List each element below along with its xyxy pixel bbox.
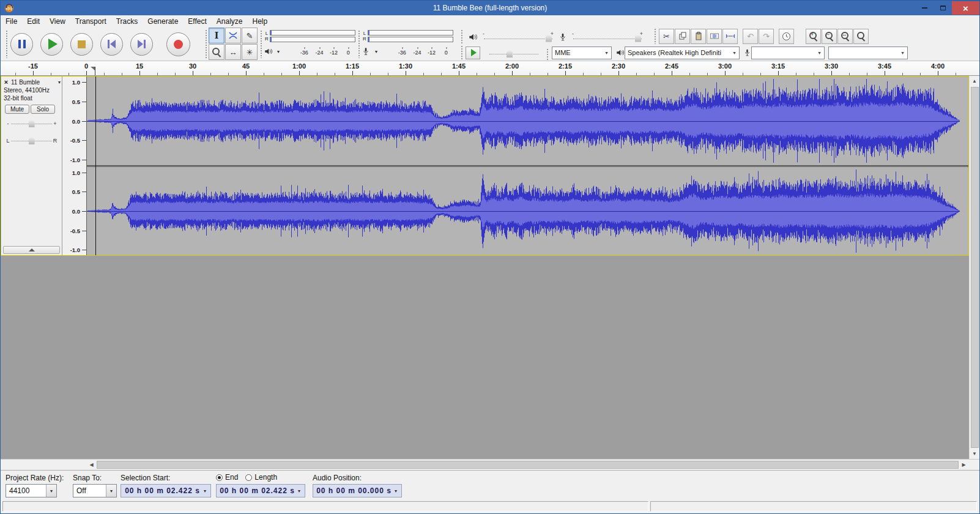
close-button[interactable]: ×	[952, 1, 979, 15]
stop-button[interactable]	[70, 33, 93, 56]
scroll-right-button[interactable]: ▶	[959, 460, 969, 470]
record-icon	[174, 40, 183, 49]
audacity-window: 11 Bumble Bee (full-length version) × Fi…	[0, 0, 980, 514]
redo-button[interactable]: ↷	[759, 29, 774, 44]
paste-button[interactable]	[691, 29, 706, 44]
horizontal-scroll-thumb[interactable]	[97, 461, 959, 469]
waveform-right-channel[interactable]	[87, 167, 968, 255]
menu-help[interactable]: Help	[248, 17, 273, 26]
scroll-left-button[interactable]: ◀	[86, 460, 97, 470]
selection-start-field[interactable]: 00 h 00 m 02.422 s ▾	[121, 484, 211, 497]
chevron-down-icon: ▾	[898, 50, 907, 56]
skip-to-end-button[interactable]	[130, 33, 153, 56]
audio-host-select[interactable]: MME ▾	[552, 47, 612, 59]
snap-to-select[interactable]: Off ▾	[73, 484, 117, 497]
menu-transport[interactable]: Transport	[70, 17, 111, 26]
length-radio[interactable]	[245, 474, 252, 481]
toolbar-gripper[interactable]	[461, 45, 463, 60]
meter-bar-left	[368, 30, 453, 35]
horizontal-scrollbar[interactable]: ◀ ▶	[1, 459, 979, 470]
cut-button[interactable]: ✂	[659, 29, 674, 44]
scroll-down-button[interactable]: ▼	[970, 449, 980, 459]
play-button[interactable]	[40, 33, 63, 56]
playback-meter[interactable]: LR ▾ -36 -24 -12 0	[260, 28, 355, 60]
pause-button[interactable]	[10, 33, 33, 56]
input-device-select[interactable]: ▾	[751, 47, 825, 59]
multi-tool-button[interactable]: ✳	[242, 44, 258, 60]
record-button[interactable]	[166, 32, 190, 56]
toolbar-gripper[interactable]	[358, 30, 360, 58]
length-radio-label[interactable]: Length	[254, 473, 277, 482]
envelope-tool-button[interactable]	[225, 28, 241, 43]
undo-button[interactable]: ↶	[743, 29, 758, 44]
skip-to-start-button[interactable]	[100, 33, 123, 56]
zoom-tool-button[interactable]	[209, 44, 225, 60]
ruler-time-label: 3:45	[878, 62, 891, 70]
waveform-display[interactable]	[87, 76, 968, 255]
audio-position-field[interactable]: 00 h 00 m 00.000 s ▾	[313, 484, 402, 497]
toolbar-gripper[interactable]	[260, 30, 262, 58]
selection-tool-button[interactable]: I	[209, 28, 225, 43]
menu-analyze[interactable]: Analyze	[212, 17, 248, 26]
toolbar-gripper[interactable]	[654, 28, 656, 44]
mute-button[interactable]: Mute	[5, 105, 29, 114]
selection-mode-radios: End Length	[216, 473, 282, 482]
timeline-ruler[interactable]: -1501530451:001:151:301:452:002:152:302:…	[1, 61, 979, 76]
project-rate-select[interactable]: 44100 ▾	[6, 484, 57, 497]
play-icon	[471, 49, 477, 56]
sync-lock-button[interactable]	[779, 29, 794, 44]
track-collapse-button[interactable]	[3, 246, 60, 254]
solo-button[interactable]: Solo	[31, 105, 55, 114]
pan-right-label: R	[52, 138, 58, 144]
playback-speed-slider[interactable]	[487, 46, 541, 59]
output-device-select[interactable]: Speakers (Realtek High Definiti ▾	[625, 47, 740, 59]
menu-edit[interactable]: Edit	[22, 17, 45, 26]
track-name-menu[interactable]: 11 Bumble ▾	[11, 79, 61, 86]
vertical-scrollbar[interactable]: ▲ ▼	[969, 76, 979, 459]
menu-effect[interactable]: Effect	[183, 17, 211, 26]
meter-menu-dropdown[interactable]: ▾	[277, 49, 283, 54]
zoom-in-button[interactable]: +	[806, 29, 821, 44]
trim-audio-button[interactable]	[707, 29, 722, 44]
output-volume-slider[interactable]: - +	[481, 31, 555, 44]
ruler-time-label: 30	[189, 62, 196, 70]
menu-generate[interactable]: Generate	[143, 17, 183, 26]
input-channels-select[interactable]: ▾	[828, 47, 908, 59]
end-radio[interactable]	[216, 474, 223, 481]
minimize-button[interactable]	[915, 1, 934, 15]
silence-audio-button[interactable]	[722, 29, 738, 44]
speed-knob[interactable]	[507, 50, 513, 58]
toolbar-gripper[interactable]	[205, 29, 207, 59]
track-pan-slider[interactable]: L R	[5, 133, 58, 148]
scroll-up-button[interactable]: ▲	[970, 76, 980, 86]
vertical-ruler[interactable]: 1.00.50.0-0.5-1.01.00.50.0-0.5-1.0	[62, 76, 87, 255]
menu-file[interactable]: File	[1, 17, 22, 26]
menu-view[interactable]: View	[45, 17, 70, 26]
track-close-button[interactable]: ×	[2, 78, 10, 86]
end-radio-label[interactable]: End	[225, 473, 238, 482]
meter-menu-dropdown[interactable]: ▾	[375, 49, 381, 54]
waveform-left-channel[interactable]	[87, 76, 968, 165]
track-gain-slider[interactable]: - +	[5, 116, 58, 131]
timeshift-tool-button[interactable]: ↔	[225, 44, 241, 60]
copy-icon	[678, 31, 688, 41]
play-at-speed-button[interactable]	[466, 47, 480, 59]
toolbar-gripper[interactable]	[6, 30, 8, 58]
selection-end-value: 00 h 00 m 02.422 s	[217, 486, 298, 495]
vertical-scroll-thumb[interactable]	[971, 87, 979, 448]
fit-selection-button[interactable]: ↔	[837, 29, 853, 44]
copy-button[interactable]	[675, 29, 690, 44]
input-volume-slider[interactable]: - +	[571, 31, 644, 44]
fit-project-button[interactable]	[853, 29, 869, 44]
gain-knob[interactable]	[29, 119, 35, 127]
selection-end-field[interactable]: 00 h 00 m 02.422 s ▾	[216, 484, 305, 497]
menu-tracks[interactable]: Tracks	[111, 17, 143, 26]
draw-tool-button[interactable]: ✎	[242, 28, 258, 43]
edit-cursor-line	[95, 76, 96, 255]
zoom-out-button[interactable]: −	[822, 29, 837, 44]
maximize-button[interactable]	[934, 1, 952, 15]
toolbar-gripper[interactable]	[461, 29, 463, 45]
toolbar-gripper[interactable]	[546, 48, 549, 61]
recording-meter[interactable]: LR ▾ -36 -24 -12 0	[358, 28, 453, 60]
pan-knob[interactable]	[29, 136, 35, 144]
